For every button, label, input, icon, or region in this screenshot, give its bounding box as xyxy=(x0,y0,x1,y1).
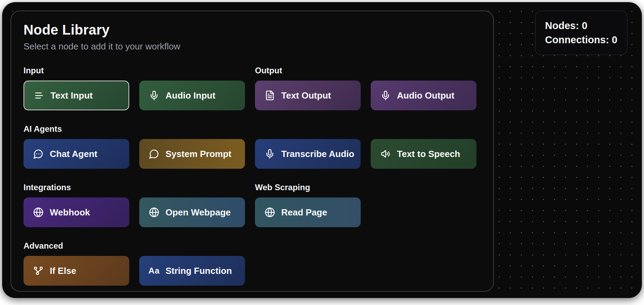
microphone-icon xyxy=(380,90,391,101)
node-chat-agent[interactable]: Chat Agent xyxy=(23,139,129,169)
workflow-stats-box: Nodes: 0 Connections: 0 xyxy=(535,11,627,55)
node-label: Open Webpage xyxy=(165,207,231,218)
file-text-icon xyxy=(264,90,275,101)
section-label-row-4: Advanced xyxy=(23,241,481,251)
node-webhook[interactable]: Webhook xyxy=(23,197,129,227)
globe-icon xyxy=(33,207,44,218)
microphone-icon xyxy=(264,148,275,159)
globe-icon xyxy=(264,207,275,218)
node-text-to-speech[interactable]: Text to Speech xyxy=(371,139,476,169)
branch-icon xyxy=(33,265,44,276)
node-if-else[interactable]: If Else xyxy=(23,256,129,286)
node-row-2: Chat Agent System Prompt Transcribe Audi… xyxy=(23,139,481,169)
section-label-row-1: Input Output xyxy=(23,66,481,75)
section-label-output: Output xyxy=(255,66,476,75)
section-label-ai-agents: AI Agents xyxy=(23,124,245,134)
node-label: Text Input xyxy=(50,90,93,101)
node-label: If Else xyxy=(50,266,76,276)
connections-count-label: Connections: xyxy=(545,34,609,45)
node-row-1: Text Input Audio Input Text Output Audio… xyxy=(23,81,481,110)
node-read-page[interactable]: Read Page xyxy=(255,197,361,227)
node-system-prompt[interactable]: System Prompt xyxy=(139,139,245,169)
node-text-output[interactable]: Text Output xyxy=(255,81,361,110)
node-library-panel: Node Library Select a node to add it to … xyxy=(11,11,494,292)
letters-aa-icon: Aa xyxy=(149,265,160,276)
node-label: Read Page xyxy=(281,207,327,218)
section-label-input: Input xyxy=(23,66,245,75)
connections-count: Connections: 0 xyxy=(545,33,617,47)
nodes-count-label: Nodes: xyxy=(545,20,579,31)
nodes-count-value: 0 xyxy=(582,20,587,31)
node-open-webpage[interactable]: Open Webpage xyxy=(139,197,245,227)
node-string-function[interactable]: Aa String Function xyxy=(139,256,245,286)
node-transcribe-audio[interactable]: Transcribe Audio xyxy=(255,139,361,169)
connections-count-value: 0 xyxy=(612,34,617,45)
nodes-count: Nodes: 0 xyxy=(545,19,617,33)
node-row-4: If Else Aa String Function xyxy=(23,256,481,286)
section-label-integrations: Integrations xyxy=(23,183,245,192)
section-label-advanced: Advanced xyxy=(23,241,245,251)
chat-bubble-icon xyxy=(149,148,160,159)
text-lines-icon xyxy=(34,90,45,101)
section-label-row-3: Integrations Web Scraping xyxy=(23,183,481,192)
node-row-3: Webhook Open Webpage Read Page xyxy=(23,197,481,227)
section-label-row-2: AI Agents xyxy=(23,124,481,134)
node-audio-output[interactable]: Audio Output xyxy=(371,81,476,110)
node-label: Audio Input xyxy=(165,90,215,101)
node-text-input[interactable]: Text Input xyxy=(23,81,129,110)
node-label: System Prompt xyxy=(165,149,231,159)
node-label: String Function xyxy=(165,266,232,276)
node-label: Audio Output xyxy=(397,90,454,101)
node-label: Webhook xyxy=(50,207,90,218)
section-label-web-scraping: Web Scraping xyxy=(255,183,476,192)
node-label: Transcribe Audio xyxy=(281,149,354,159)
node-label: Text to Speech xyxy=(397,149,460,159)
page-subtitle: Select a node to add it to your workflow xyxy=(23,41,481,52)
workflow-canvas[interactable]: Node Library Select a node to add it to … xyxy=(2,2,642,298)
node-audio-input[interactable]: Audio Input xyxy=(139,81,245,110)
page-title: Node Library xyxy=(23,22,481,38)
microphone-icon xyxy=(149,90,160,101)
speaker-icon xyxy=(380,148,391,159)
chat-bubble-dots-icon xyxy=(33,148,44,159)
node-label: Chat Agent xyxy=(50,149,97,159)
node-label: Text Output xyxy=(281,90,331,101)
globe-icon xyxy=(149,207,160,218)
